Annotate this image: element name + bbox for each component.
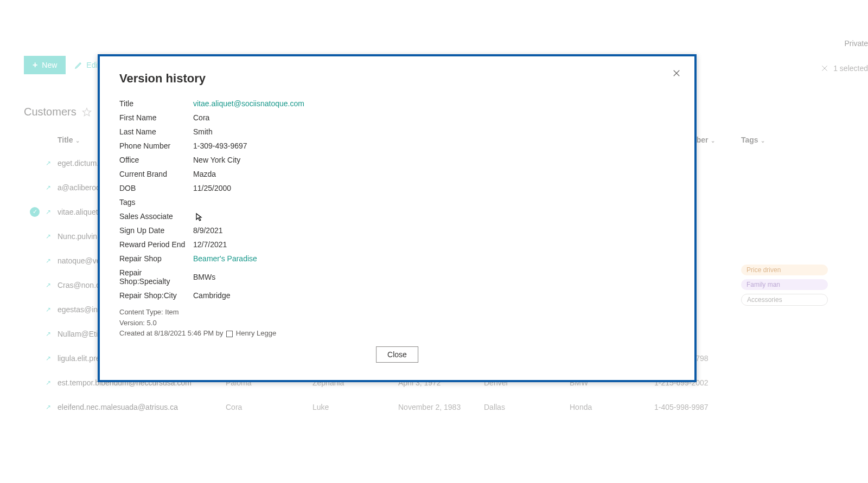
modal-metadata: Content Type: Item Version: 5.0 Created … xyxy=(119,307,673,339)
field-specialty: Repair Shop:SpecialtyBMWs xyxy=(119,266,673,288)
field-firstname: First NameCora xyxy=(119,111,673,125)
field-title: Titlevitae.aliquet@sociisnatoque.com xyxy=(119,96,673,111)
field-signup: Sign Up Date8/9/2021 xyxy=(119,223,673,237)
meta-content-type: Content Type: Item xyxy=(119,307,673,318)
field-dob: DOB11/25/2000 xyxy=(119,181,673,195)
user-presence-icon xyxy=(226,331,233,337)
title-link[interactable]: vitae.aliquet@sociisnatoque.com xyxy=(193,99,304,108)
field-reward-end: Reward Period End12/7/2021 xyxy=(119,237,673,252)
modal-close-button[interactable] xyxy=(669,66,684,82)
meta-created: Created at 8/18/2021 5:46 PM by Henry Le… xyxy=(119,328,673,339)
meta-version: Version: 5.0 xyxy=(119,318,673,329)
repair-shop-link[interactable]: Beamer's Paradise xyxy=(193,254,257,263)
field-sales-associate: Sales Associate xyxy=(119,209,673,223)
field-tags: Tags xyxy=(119,195,673,209)
field-repair-city: Repair Shop:CityCambridge xyxy=(119,288,673,302)
field-phone: Phone Number1-309-493-9697 xyxy=(119,139,673,153)
modal-title: Version history xyxy=(119,72,673,86)
field-brand: Current BrandMazda xyxy=(119,167,673,181)
field-office: OfficeNew York City xyxy=(119,153,673,167)
version-history-modal: Version history Titlevitae.aliquet@socii… xyxy=(98,54,697,382)
close-button[interactable]: Close xyxy=(376,346,418,363)
field-lastname: Last NameSmith xyxy=(119,125,673,139)
close-icon xyxy=(672,68,681,78)
field-repair-shop: Repair ShopBeamer's Paradise xyxy=(119,252,673,266)
